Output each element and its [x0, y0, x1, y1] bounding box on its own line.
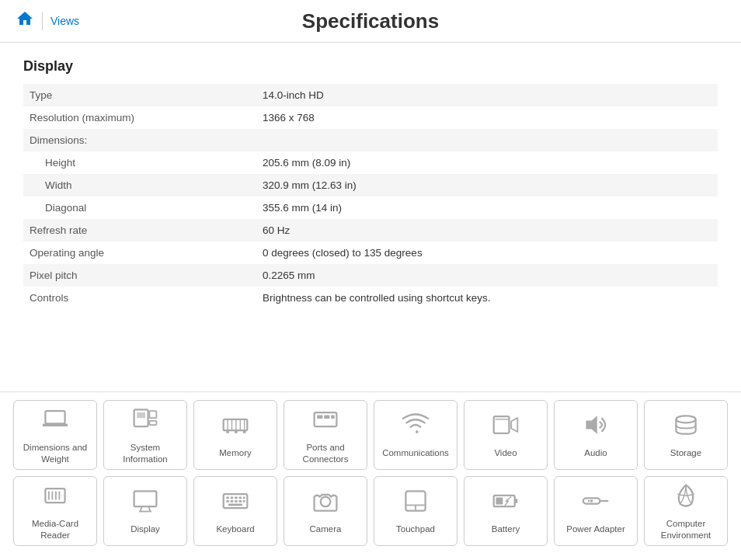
display-icon	[131, 487, 159, 519]
nav-item-label: Communications	[382, 447, 449, 459]
nav-item-label: Memory	[219, 447, 252, 459]
svg-rect-1	[43, 423, 68, 426]
spec-label: Pixel pitch	[23, 264, 256, 287]
svg-rect-38	[243, 497, 245, 499]
nav-item-storage[interactable]: Storage	[644, 400, 728, 470]
display-section-title: Display	[23, 58, 718, 75]
svg-rect-36	[235, 497, 238, 499]
nav-item-audio[interactable]: Audio	[554, 400, 638, 470]
nav-item-media-card-reader[interactable]: Media-Card Reader	[13, 476, 97, 546]
memory-icon	[221, 411, 249, 443]
nav-row-2: Media-Card ReaderDisplayKeyboardCameraTo…	[12, 476, 729, 546]
spec-table: Type14.0-inch HDResolution (maximum)1366…	[23, 84, 718, 309]
nav-item-power-adapter[interactable]: Power Adapter	[554, 476, 638, 546]
views-link[interactable]: Views	[50, 15, 79, 27]
nav-item-label: Touchpad	[396, 523, 435, 535]
nav-item-label: Camera	[310, 523, 342, 535]
spec-value: 355.6 mm (14 in)	[256, 197, 718, 219]
nav-item-computer-environment[interactable]: Computer Environment	[644, 476, 728, 546]
table-row: Height205.6 mm (8.09 in)	[23, 151, 718, 174]
nav-item-battery[interactable]: Battery	[464, 476, 548, 546]
camera-icon	[311, 487, 339, 519]
nav-item-label: Audio	[584, 447, 607, 459]
nav-item-label: System Information	[108, 442, 183, 465]
svg-rect-29	[134, 491, 157, 506]
table-row: ControlsBrightness can be controlled usi…	[23, 287, 718, 309]
table-row: Refresh rate60 Hz	[23, 219, 718, 242]
svg-rect-34	[226, 497, 229, 499]
svg-rect-35	[231, 497, 234, 499]
svg-rect-39	[226, 500, 229, 503]
svg-rect-3	[137, 412, 145, 418]
wifi-icon	[402, 411, 430, 443]
svg-marker-22	[586, 416, 597, 433]
nav-item-label: Power Adapter	[566, 523, 624, 535]
svg-rect-5	[149, 420, 156, 424]
svg-point-45	[321, 497, 331, 507]
svg-rect-2	[134, 409, 148, 426]
table-row: Dimensions:	[23, 129, 718, 151]
video-icon	[492, 411, 520, 443]
spec-value: 0 degrees (closed) to 135 degrees	[256, 242, 718, 264]
table-row: Type14.0-inch HD	[23, 84, 718, 106]
table-row: Diagonal355.6 mm (14 in)	[23, 197, 718, 219]
svg-rect-42	[239, 500, 242, 503]
spec-label: Resolution (maximum)	[23, 106, 256, 129]
svg-point-58	[588, 500, 590, 503]
svg-rect-18	[331, 415, 335, 419]
nav-item-label: Storage	[670, 447, 701, 459]
nav-item-label: Dimensions and Weight	[18, 442, 92, 465]
nav-item-label: Display	[130, 523, 160, 535]
nav-row-1: Dimensions and WeightSystem InformationM…	[12, 400, 729, 470]
nav-item-label: Computer Environment	[649, 518, 723, 541]
spec-value: 1366 x 768	[256, 106, 718, 129]
nav-item-label: Battery	[492, 523, 520, 535]
nav-item-video[interactable]: Video	[464, 400, 548, 470]
spec-value: 205.6 mm (8.09 in)	[256, 151, 718, 174]
nav-item-label: Video	[494, 447, 517, 459]
spec-label: Dimensions:	[23, 129, 256, 151]
spec-label: Controls	[23, 287, 256, 309]
nav-item-keyboard[interactable]: Keyboard	[193, 476, 277, 546]
spec-value: 0.2265 mm	[256, 264, 718, 287]
spec-label: Width	[23, 174, 256, 197]
nav-item-camera[interactable]: Camera	[284, 476, 367, 546]
svg-rect-15	[315, 412, 337, 426]
svg-rect-44	[228, 504, 242, 506]
audio-icon	[582, 411, 610, 443]
svg-rect-37	[239, 497, 242, 499]
table-row: Resolution (maximum)1366 x 768	[23, 106, 718, 129]
spec-label: Refresh rate	[23, 219, 256, 242]
spec-value: Brightness can be controlled using short…	[256, 287, 718, 309]
svg-rect-0	[45, 411, 64, 423]
nav-item-communications[interactable]: Communications	[374, 400, 457, 470]
svg-rect-43	[243, 500, 245, 503]
svg-rect-51	[496, 498, 503, 505]
nav-item-display[interactable]: Display	[103, 476, 187, 546]
nav-item-label: Ports and Connectors	[288, 442, 363, 465]
svg-point-56	[590, 499, 593, 503]
nav-item-touchpad[interactable]: Touchpad	[374, 476, 457, 546]
spec-value: 320.9 mm (12.63 in)	[256, 174, 718, 197]
nav-item-ports-connectors[interactable]: Ports and Connectors	[284, 400, 367, 470]
main-content: Display Type14.0-inch HDResolution (maxi…	[0, 43, 741, 325]
nav-item-memory[interactable]: Memory	[193, 400, 277, 470]
svg-rect-6	[224, 419, 248, 430]
system-icon	[131, 405, 159, 437]
svg-rect-14	[243, 430, 246, 433]
nav-item-dimensions-weight[interactable]: Dimensions and Weight	[13, 400, 97, 470]
header: Views Specifications	[0, 0, 741, 43]
home-icon[interactable]	[16, 9, 34, 33]
page-wrapper: Views Specifications Display Type14.0-in…	[0, 0, 741, 560]
svg-rect-13	[235, 430, 238, 433]
nav-item-system-information[interactable]: System Information	[103, 400, 187, 470]
svg-rect-17	[324, 415, 329, 419]
vertical-divider	[42, 12, 43, 30]
environment-icon	[672, 482, 700, 513]
keyboard-icon	[221, 487, 249, 519]
table-row: Pixel pitch0.2265 mm	[23, 264, 718, 287]
spec-value: 60 Hz	[256, 219, 718, 242]
svg-marker-21	[511, 418, 517, 432]
spec-label: Diagonal	[23, 197, 256, 219]
bottom-nav: Dimensions and WeightSystem InformationM…	[0, 391, 741, 560]
